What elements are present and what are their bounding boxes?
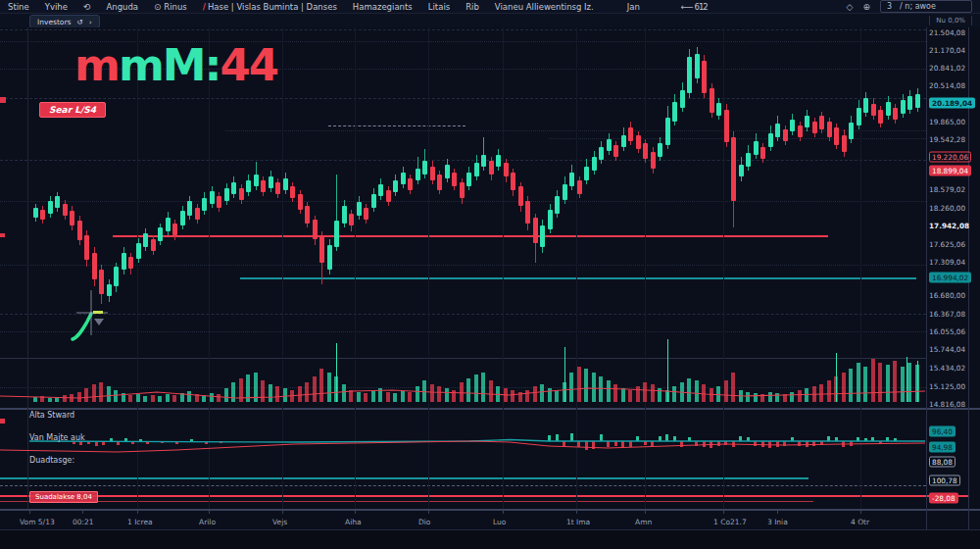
candle[interactable] (731, 137, 736, 201)
candle[interactable] (430, 167, 435, 180)
candle[interactable] (680, 90, 685, 108)
candle[interactable] (84, 235, 89, 260)
candle[interactable] (842, 135, 847, 152)
candle[interactable] (489, 161, 494, 175)
candle[interactable] (592, 157, 597, 171)
search-input[interactable]: 3 / n; awoe (880, 0, 972, 13)
candle[interactable] (305, 206, 310, 224)
candle[interactable] (878, 110, 883, 124)
candle[interactable] (92, 253, 97, 279)
candle[interactable] (702, 61, 707, 93)
candle[interactable] (114, 267, 119, 286)
sell-order-badge[interactable]: Sear L/S4 (39, 102, 106, 118)
candle[interactable] (518, 186, 523, 206)
candle[interactable] (313, 220, 318, 239)
candle[interactable] (371, 194, 376, 208)
candle[interactable] (33, 208, 38, 218)
candle[interactable] (834, 127, 839, 145)
candle[interactable] (275, 182, 280, 194)
candle[interactable] (283, 178, 288, 190)
candle[interactable] (99, 270, 104, 294)
candle[interactable] (210, 191, 215, 204)
menu-item-jan[interactable]: Jan (627, 2, 640, 12)
candle[interactable] (599, 147, 604, 160)
menu-item[interactable]: Yvihe (45, 2, 68, 12)
candle[interactable] (569, 173, 574, 186)
candle[interactable] (364, 208, 368, 220)
menu-item[interactable]: ⊙ Rinus (154, 2, 187, 12)
candle[interactable] (901, 100, 906, 114)
globe-icon[interactable]: ⊕ (862, 2, 870, 12)
candle[interactable] (40, 210, 45, 220)
candle[interactable] (790, 120, 795, 131)
candle[interactable] (172, 224, 177, 235)
candle[interactable] (445, 165, 450, 178)
candle[interactable] (812, 122, 817, 133)
candle[interactable] (863, 98, 868, 113)
candle[interactable] (416, 169, 420, 180)
candle[interactable] (628, 127, 633, 141)
candle[interactable] (158, 227, 163, 241)
candle[interactable] (775, 124, 780, 137)
candle[interactable] (166, 218, 171, 231)
indicator-label-1[interactable]: Alta Stward (29, 411, 74, 420)
candle[interactable] (239, 188, 244, 200)
candle[interactable] (231, 182, 236, 194)
chevron-right-icon[interactable]: › (89, 18, 92, 26)
candle[interactable] (636, 135, 641, 149)
diamond-icon[interactable]: ◇ (847, 2, 854, 12)
candle[interactable] (466, 173, 471, 186)
candle[interactable] (202, 198, 207, 211)
candle[interactable] (857, 108, 861, 125)
candle[interactable] (555, 196, 560, 214)
menu-item[interactable]: Anguda (106, 2, 138, 12)
candle[interactable] (533, 218, 538, 243)
candle[interactable] (768, 133, 773, 147)
menu-item[interactable]: Stine (8, 2, 29, 12)
trendline-drawing[interactable] (73, 314, 91, 339)
menu-item[interactable]: Vianeu Alliewentinsg Iz. (495, 2, 594, 12)
candle[interactable] (408, 178, 413, 190)
candle[interactable] (849, 123, 854, 139)
candle[interactable] (871, 104, 876, 116)
candle[interactable] (261, 180, 266, 192)
chart-stage[interactable]: mmM:44 Sear L/S4 Alta Stward Van Majte a… (0, 27, 980, 549)
candle[interactable] (613, 145, 618, 157)
candle[interactable] (525, 201, 530, 224)
candle[interactable] (760, 147, 765, 159)
candle[interactable] (577, 180, 582, 194)
candle[interactable] (143, 233, 148, 247)
candle[interactable] (269, 176, 273, 188)
candle[interactable] (77, 221, 82, 240)
candle[interactable] (63, 204, 68, 216)
candle[interactable] (393, 180, 398, 192)
candle[interactable] (128, 257, 133, 269)
candle[interactable] (907, 96, 912, 110)
menu-item[interactable]: Hamazegiants (353, 2, 413, 12)
candle[interactable] (798, 125, 803, 137)
candle[interactable] (55, 196, 60, 208)
candle[interactable] (584, 167, 589, 180)
candle[interactable] (710, 88, 714, 113)
candle[interactable] (658, 143, 662, 157)
candle[interactable] (298, 194, 303, 210)
candle[interactable] (496, 155, 501, 167)
candle[interactable] (724, 110, 729, 142)
candle[interactable] (739, 165, 744, 176)
candle[interactable] (107, 284, 112, 296)
candle[interactable] (460, 182, 465, 198)
refresh-icon[interactable]: ↺ (76, 18, 82, 26)
candle[interactable] (195, 208, 200, 220)
candle[interactable] (48, 201, 53, 214)
candle[interactable] (187, 201, 192, 216)
candle[interactable] (651, 152, 656, 169)
candle[interactable] (334, 221, 339, 247)
candle[interactable] (511, 173, 515, 190)
candle[interactable] (819, 116, 824, 129)
candle[interactable] (254, 175, 259, 186)
indicator-label-2[interactable]: Van Majte auk (29, 433, 85, 442)
candle[interactable] (349, 214, 354, 225)
candle[interactable] (474, 163, 479, 176)
candle[interactable] (342, 206, 347, 224)
candle[interactable] (607, 139, 612, 151)
